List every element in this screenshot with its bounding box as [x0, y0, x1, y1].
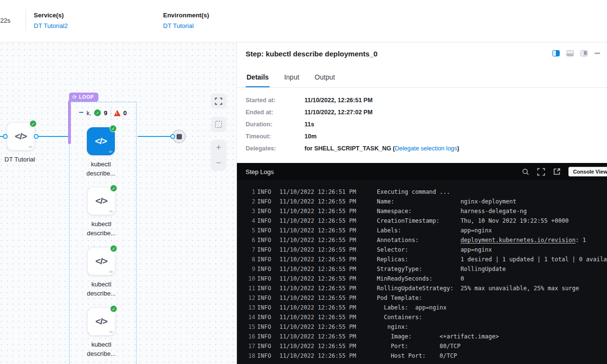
log-level: INFO [257, 255, 279, 264]
tab-details[interactable]: Details [246, 73, 270, 87]
detail-label: Timeout: [246, 133, 304, 140]
log-level: INFO [257, 264, 279, 274]
node-dt-tutorial[interactable]: </> </> ✓ [7, 122, 35, 150]
log-line: 14INFO11/10/2022 12:26:55 PM Containers: [244, 312, 607, 322]
node-kubectl-describe-3[interactable]: </> </> ✓ [87, 308, 115, 336]
log-level: INFO [257, 216, 279, 226]
log-timestamp: 11/10/2022 12:26:55 PM [279, 245, 377, 255]
log-level: INFO [257, 322, 279, 332]
log-message: Host Port: 0/TCP [377, 351, 457, 361]
log-message: MinReadySeconds: 0 [377, 274, 464, 283]
fullscreen-icon [215, 97, 222, 105]
code-icon: </> [15, 131, 27, 142]
log-message: Labels: app=nginx [377, 226, 492, 235]
pipeline-graph-canvas[interactable]: </> </> ✓ DT Tutorial ⟳ LOOP − k. ✓ 9 ! … [0, 42, 236, 364]
step-title: Step: kubectl describe deployments_0 [246, 50, 377, 58]
detail-label: Delegates: [246, 145, 304, 152]
detail-value-duration: 11s [304, 121, 459, 128]
success-count: 9 [104, 109, 107, 117]
console-view-button[interactable]: Console View [568, 167, 607, 176]
loop-badge: ⟳ LOOP [69, 93, 98, 102]
zoom-out-button[interactable]: − [216, 159, 221, 167]
shell-script-mini-icon: </> [109, 150, 112, 153]
loop-icon: ⟳ [72, 94, 77, 100]
minimize-panel-icon[interactable] [594, 53, 600, 54]
log-timestamp: 11/10/2022 12:26:55 PM [279, 283, 377, 293]
log-line: 8INFO11/10/2022 12:26:55 PMReplicas: 1 d… [244, 255, 607, 264]
detail-value-ended-at: 11/10/2022, 12:27:02 PM [304, 108, 459, 116]
log-line: 16INFO11/10/2022 12:26:55 PM Image: <+ar… [244, 332, 607, 341]
log-line-number: 5 [244, 226, 255, 235]
step-logs-actions: Console View [522, 163, 607, 180]
delegate-selection-logs-link[interactable]: Delegate selection logs [395, 145, 457, 152]
zoom-in-button[interactable]: + [216, 143, 221, 152]
fullscreen-logs-icon[interactable] [537, 168, 545, 176]
node-kubectl-describe-1[interactable]: </> </> ✓ [87, 187, 115, 215]
log-timestamp: 11/10/2022 12:26:55 PM [279, 226, 377, 235]
log-level: INFO [257, 274, 279, 283]
step-details-panel: Step: kubectl describe deployments_0 Det… [236, 42, 607, 364]
collapse-group-button[interactable]: − [79, 109, 83, 116]
shell-script-mini-icon: </> [109, 270, 112, 273]
log-line-number: 9 [244, 264, 255, 274]
environments-block: Environment(s) DT Tutorial [163, 12, 209, 29]
layout-right-panel-icon[interactable] [580, 50, 588, 56]
layout-bottom-split-icon[interactable] [566, 50, 574, 56]
log-timestamp: 11/10/2022 12:26:55 PM [279, 206, 377, 216]
log-level: INFO [257, 197, 279, 206]
layout-right-split-icon[interactable] [552, 50, 560, 56]
log-line-number: 4 [244, 216, 255, 226]
code-icon: </> [96, 256, 107, 267]
open-logs-external-icon[interactable] [553, 168, 561, 175]
tab-output[interactable]: Output [314, 73, 336, 87]
log-line: 18INFO11/10/2022 12:26:55 PM Host Port: … [244, 351, 607, 361]
log-level: INFO [257, 312, 279, 322]
step-tabs: Details Input Output [237, 67, 607, 88]
services-label: Service(s) [34, 12, 68, 19]
console-log-output[interactable]: 1INFO11/10/2022 12:26:51 PMExecuting com… [237, 180, 607, 364]
loop-badge-label: LOOP [79, 94, 94, 100]
node-label-kubectl-1: kubectldescribe... [72, 219, 130, 238]
log-line-number: 17 [244, 341, 255, 351]
log-message: Annotations: deployment.kubernetes.io/re… [377, 235, 586, 245]
log-line-number: 3 [244, 206, 255, 216]
log-level: INFO [257, 235, 279, 245]
log-message: Pod Template: [377, 293, 422, 303]
log-line-number: 12 [244, 293, 255, 303]
log-line: 6INFO11/10/2022 12:26:55 PMAnnotations: … [244, 235, 607, 245]
log-line: 12INFO11/10/2022 12:26:55 PMPod Template… [244, 293, 607, 303]
log-line: 11INFO11/10/2022 12:26:55 PMRollingUpdat… [244, 283, 607, 293]
fullscreen-canvas-button[interactable] [211, 94, 226, 109]
detail-value-timeout: 10m [304, 133, 459, 140]
log-line: 3INFO11/10/2022 12:26:55 PMNamespace: ha… [244, 206, 607, 216]
log-line-number: 16 [244, 332, 255, 341]
marquee-select-button[interactable] [211, 117, 226, 132]
log-annotation-link[interactable]: deployment.kubernetes.io/revision [460, 237, 575, 243]
service-link[interactable]: DT Tutorial2 [34, 22, 68, 29]
log-line: 17INFO11/10/2022 12:26:55 PM Port: 80/TC… [244, 341, 607, 351]
log-line-number: 15 [244, 322, 255, 332]
code-icon: </> [95, 136, 107, 147]
tab-input[interactable]: Input [283, 73, 300, 87]
log-level: INFO [257, 303, 279, 312]
log-level: INFO [257, 351, 279, 361]
search-logs-icon[interactable] [522, 168, 529, 175]
detail-label: Started at: [246, 96, 304, 104]
execution-topbar: m 22s Service(s) DT Tutorial2 Environmen… [0, 0, 607, 42]
success-check-icon: ✓ [110, 245, 117, 252]
failed-count-icon: ! [114, 110, 121, 116]
log-timestamp: 11/10/2022 12:26:55 PM [279, 341, 377, 351]
log-line-number: 2 [244, 197, 255, 206]
services-block: Service(s) DT Tutorial2 [34, 12, 68, 29]
panel-layout-controls [552, 50, 600, 56]
log-message: Labels: app=nginx [377, 303, 447, 312]
node-kubectl-describe-0[interactable]: </> </> ✓ [87, 127, 115, 155]
log-level: INFO [257, 341, 279, 351]
node-kubectl-describe-2[interactable]: </> </> ✓ [87, 247, 115, 275]
environment-link[interactable]: DT Tutorial [163, 22, 209, 29]
topbar-divider [26, 9, 26, 31]
log-level: INFO [257, 226, 279, 235]
shell-script-mini-icon: </> [28, 145, 32, 148]
log-level: INFO [257, 332, 279, 341]
detail-label: Duration: [246, 121, 304, 128]
